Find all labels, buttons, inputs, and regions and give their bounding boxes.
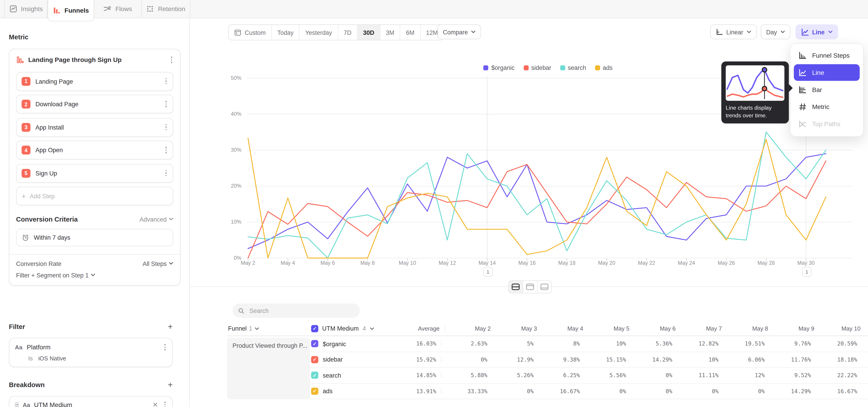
menu-item-funnel-steps[interactable]: Funnel Steps [794,47,860,64]
drag-handle-icon[interactable] [15,403,19,407]
add-filter-button[interactable]: + [168,322,173,331]
column-header-may-5[interactable]: May 5 [583,325,629,332]
filter-value[interactable]: iOS Native [38,355,66,361]
filter-card[interactable]: Aa Platform Is iOS Native [9,338,173,367]
table-body: Product Viewed through P... ✓ $organic16… [227,336,868,399]
kebab-menu-icon[interactable] [164,77,168,86]
row-checkbox[interactable]: ✓ [311,356,318,363]
filter-segment-dropdown[interactable]: Filter + Segment on Step 1 [16,272,89,278]
column-header-may-9[interactable]: May 9 [768,325,814,332]
filter-operator[interactable]: Is [28,355,33,361]
series-search[interactable] [248,132,826,258]
column-header-may-8[interactable]: May 8 [722,325,768,332]
funnel-column-header[interactable]: Funnel 1 [227,325,310,332]
layout-bottom-icon [540,284,549,290]
funnel-step-3[interactable]: 3 App Install [16,118,174,136]
x-axis-tick: May 8 [351,260,384,266]
tab-funnels[interactable]: Funnels [48,0,94,21]
remove-breakdown-icon[interactable]: ✕ [153,401,158,407]
linear-scale-icon [716,28,723,35]
column-header-may-2[interactable]: May 2 [445,325,491,332]
layout-split-icon [512,284,520,290]
legend-item[interactable]: ads [595,64,613,71]
interval-button[interactable]: Day [761,24,790,39]
kebab-menu-icon[interactable] [170,55,174,64]
step-number-badge: 5 [22,169,31,178]
annotation-badge[interactable]: 1 [802,267,812,277]
column-header-average[interactable]: Average [399,325,439,332]
compare-button[interactable]: Compare [437,24,481,39]
y-axis-tick: 30% [219,147,241,153]
legend-swatch [524,65,528,70]
column-header-may-10[interactable]: May 10 [814,325,860,332]
breakdown-column-header[interactable]: ✓ UTM Medium 4 [310,325,399,332]
cell-value: 0% [719,388,765,394]
funnel-step-1[interactable]: 1 Landing Page [16,72,174,90]
row-checkbox[interactable]: ✓ [311,372,318,379]
breakdown-card[interactable]: Aa UTM Medium ✕ [9,396,173,407]
table-row[interactable]: ✓ ads13.91%33.33%0%16.67%0%0%0%0%14.29%1… [310,383,868,399]
cell-value: 9.76% [765,341,811,347]
range-custom[interactable]: Custom [228,25,272,40]
app: Insights Funnels Flows Retention Metric … [0,0,868,407]
funnel-step-5[interactable]: 5 Sign Up [16,164,174,183]
conversion-window[interactable]: Within 7 days [16,228,174,246]
range-7d[interactable]: 7D [338,25,358,40]
tab-retention[interactable]: Retention [142,0,191,18]
kebab-menu-icon[interactable] [164,100,168,108]
kebab-menu-icon[interactable] [163,401,166,407]
legend-item[interactable]: search [560,64,586,71]
select-all-checkbox[interactable]: ✓ [311,325,318,332]
range-today[interactable]: Today [272,25,300,40]
search-input[interactable] [248,307,354,315]
cell-value: 8% [534,341,580,347]
advanced-dropdown[interactable]: Advanced [140,216,173,222]
tab-insights[interactable]: Insights [4,0,48,18]
calendar-icon [234,29,241,36]
range-6m[interactable]: 6M [400,25,421,40]
column-header-may-6[interactable]: May 6 [629,325,675,332]
layout-chart-only-button[interactable] [523,281,537,293]
add-step-button[interactable]: +Add Step [16,187,174,205]
kebab-menu-icon[interactable] [164,146,168,154]
menu-item-top-paths[interactable]: Top Paths [794,116,860,132]
row-name: sidebar [318,356,395,363]
menu-item-line[interactable]: Line [794,64,860,81]
table-row[interactable]: ✓ search14.85%5.88%5.26%6.25%5.56%0%11.1… [310,368,868,383]
x-axis-tick: May 18 [550,260,583,266]
layout-table-only-button[interactable] [537,281,551,293]
tab-flows[interactable]: Flows [94,0,142,18]
column-header-may-7[interactable]: May 7 [676,325,722,332]
funnel-step-2[interactable]: 2 Download Page [16,95,174,114]
range-yesterday[interactable]: Yesterday [300,25,338,40]
filter-property: Platform [27,344,159,350]
kebab-menu-icon[interactable] [164,169,168,177]
kebab-menu-icon[interactable] [164,123,168,131]
table-row[interactable]: ✓ $organic16.03%2.63%5%8%10%5.36%12.82%1… [310,336,868,352]
chart-type-button[interactable]: Line [796,24,838,39]
scale-button[interactable]: Linear [710,24,756,39]
add-breakdown-button[interactable]: + [168,380,173,389]
cell-value: 11.76% [765,356,811,363]
all-steps-dropdown[interactable]: All Steps [143,260,174,267]
row-checkbox[interactable]: ✓ [311,340,318,347]
legend-item[interactable]: $organic [484,64,515,71]
column-header-may-4[interactable]: May 4 [537,325,583,332]
menu-item-bar[interactable]: Bar [794,82,860,98]
cell-value: 20.59% [811,341,857,347]
column-header-may-3[interactable]: May 3 [491,325,537,332]
series-ads[interactable] [248,138,826,258]
range-30d[interactable]: 30D [358,25,380,40]
legend-item[interactable]: sidebar [524,64,551,71]
series-$organic[interactable] [248,154,826,249]
annotation-badge[interactable]: 1 [483,267,493,277]
step-number-badge: 4 [22,146,31,154]
menu-item-metric[interactable]: Metric [794,99,860,115]
funnel-step-4[interactable]: 4 App Open [16,140,174,159]
layout-split-button[interactable] [509,281,523,293]
row-checkbox[interactable]: ✓ [311,387,318,395]
table-row[interactable]: ✓ sidebar15.92%0%12.9%9.38%15.15%14.29%1… [310,352,868,368]
kebab-menu-icon[interactable] [163,343,166,351]
range-3m[interactable]: 3M [380,25,401,40]
funnel-group-cell[interactable]: Product Viewed through P... [227,338,310,399]
